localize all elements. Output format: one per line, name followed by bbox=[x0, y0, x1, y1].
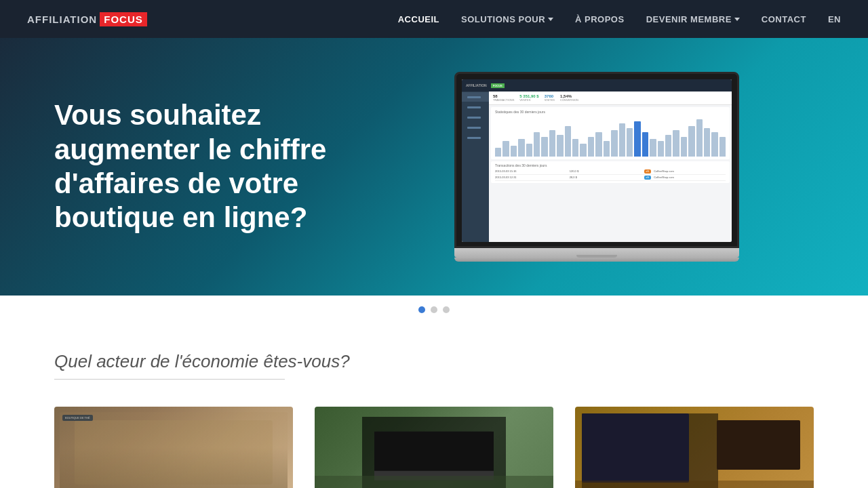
carousel-dot-3[interactable] bbox=[443, 306, 450, 313]
tea-shop-image: BOUTIQUE DE THÉ bbox=[54, 407, 293, 488]
cards-row: BOUTIQUE DE THÉ Un cybercommerçant Vous … bbox=[54, 407, 814, 488]
carousel-dot-2[interactable] bbox=[431, 306, 437, 313]
carousel-dot-1[interactable] bbox=[418, 306, 425, 313]
nav-item-lang[interactable]: EN bbox=[828, 13, 841, 25]
chart-bar bbox=[665, 135, 671, 157]
hero-text-block: Vous souhaitez augmenter le chiffre d'af… bbox=[54, 98, 380, 235]
badge-blue: affil bbox=[644, 176, 652, 180]
chart-bar bbox=[719, 137, 726, 157]
stat-transactions-label: TRANSACTIONS bbox=[493, 98, 514, 102]
section-title-underline bbox=[54, 379, 285, 380]
chevron-down-icon bbox=[734, 18, 740, 21]
chart-bar bbox=[595, 132, 601, 157]
nav-item-accueil[interactable]: ACCUEIL bbox=[398, 13, 439, 25]
chart-bar bbox=[627, 128, 633, 157]
stat-visites-label: VISITES bbox=[545, 98, 555, 102]
nav-link-accueil[interactable]: ACCUEIL bbox=[398, 14, 439, 24]
chart-bar bbox=[619, 123, 625, 157]
laptop-person-image bbox=[315, 407, 553, 488]
stat-conversion-label: CONVERSION bbox=[560, 98, 578, 102]
card-image-3 bbox=[575, 407, 814, 488]
chart-bar bbox=[634, 121, 640, 157]
chart-title: Statistiques des 30 derniers jours bbox=[495, 110, 726, 114]
chart-bar bbox=[580, 144, 586, 157]
dash-sidebar bbox=[462, 92, 489, 242]
chart-bar bbox=[565, 126, 571, 157]
laptop-screen: AFFILIATION FOCUS bbox=[454, 72, 739, 248]
chart-bar bbox=[658, 141, 664, 157]
chart-bar bbox=[650, 139, 656, 157]
dashboard-screenshot: AFFILIATION FOCUS bbox=[462, 79, 732, 242]
chart-area: Statistiques des 30 derniers jours bbox=[491, 107, 730, 159]
laptop-foot bbox=[454, 258, 739, 262]
hero-section: Vous souhaitez augmenter le chiffre d'af… bbox=[0, 38, 868, 296]
laptop-mockup: AFFILIATION FOCUS bbox=[454, 72, 739, 262]
card-entreprise: Une entreprise de services Votre entrepr… bbox=[575, 407, 814, 488]
stat-ventes: 5 351,90 $ VENTES bbox=[519, 94, 538, 102]
dash-main: 58 TRANSACTIONS 5 351,90 $ VENTES 3760 bbox=[489, 92, 732, 242]
nav-link-apropos[interactable]: À PROPOS bbox=[575, 14, 625, 24]
chart-bar bbox=[511, 146, 517, 157]
table-row: 2015-03-03 12:31 28,0 $ affil CoffeeShop… bbox=[495, 175, 726, 181]
laptop-base bbox=[454, 248, 739, 258]
dash-stats: 58 TRANSACTIONS 5 351,90 $ VENTES 3760 bbox=[489, 92, 732, 105]
chart-bar bbox=[696, 119, 703, 157]
dashboard: AFFILIATION FOCUS bbox=[462, 79, 732, 242]
nav-item-contact[interactable]: CONTACT bbox=[762, 13, 806, 25]
bar-chart bbox=[495, 116, 726, 157]
stat-visites: 3760 VISITES bbox=[545, 94, 555, 102]
chart-bar bbox=[518, 139, 524, 157]
brand-affiliation-text: AFFILIATION bbox=[27, 14, 97, 25]
chart-bar bbox=[526, 144, 532, 157]
chart-bar bbox=[572, 139, 578, 157]
chart-bar bbox=[502, 141, 509, 157]
nav-link-solutions[interactable]: SOLUTIONS POUR bbox=[461, 14, 553, 24]
brand-logo[interactable]: AFFILIATION FOCUS bbox=[27, 12, 147, 26]
chart-bar bbox=[604, 141, 610, 157]
chart-bar bbox=[588, 137, 594, 157]
dash-sidebar-item bbox=[462, 113, 489, 122]
chart-bar bbox=[557, 135, 563, 157]
chart-bar bbox=[704, 128, 710, 157]
nav-item-solutions[interactable]: SOLUTIONS POUR bbox=[461, 14, 553, 24]
stat-ventes-label: VENTES bbox=[519, 98, 538, 102]
nav-links: ACCUEIL SOLUTIONS POUR À PROPOS DEVENIR … bbox=[398, 13, 841, 25]
badge-orange: affil bbox=[644, 169, 652, 174]
dash-content: 58 TRANSACTIONS 5 351,90 $ VENTES 3760 bbox=[462, 92, 732, 242]
brand-focus-text: FOCUS bbox=[100, 12, 147, 26]
office-image bbox=[575, 407, 814, 488]
nav-link-lang[interactable]: EN bbox=[828, 14, 841, 24]
nav-item-apropos[interactable]: À PROPOS bbox=[575, 13, 625, 25]
dash-table: Transactions des 30 derniers jours 2015-… bbox=[491, 161, 730, 183]
card-createur: Un créateur de contenu Vous avez un site… bbox=[315, 407, 553, 488]
chart-bar bbox=[642, 132, 648, 157]
stat-transactions: 58 TRANSACTIONS bbox=[493, 94, 514, 102]
dash-sidebar-item bbox=[462, 92, 489, 102]
dash-brand: AFFILIATION bbox=[466, 83, 487, 87]
nav-link-devenir[interactable]: DEVENIR MEMBRE bbox=[646, 14, 740, 24]
table-row: 2015-03-03 15:16 120,0 $ affil CoffeeSho… bbox=[495, 169, 726, 175]
stat-conversion: 1,54% CONVERSION bbox=[560, 94, 578, 102]
chart-bar bbox=[549, 130, 555, 157]
card-cybercommercant: BOUTIQUE DE THÉ Un cybercommerçant Vous … bbox=[54, 407, 293, 488]
hero-image-area: AFFILIATION FOCUS bbox=[380, 72, 814, 262]
card-image-1: BOUTIQUE DE THÉ bbox=[54, 407, 293, 488]
chart-bar bbox=[534, 132, 540, 157]
chevron-down-icon bbox=[548, 18, 553, 21]
nav-link-contact[interactable]: CONTACT bbox=[762, 14, 806, 24]
dash-sidebar-item bbox=[462, 102, 489, 112]
actors-section: Quel acteur de l'économie êtes-vous? BOU… bbox=[0, 324, 868, 488]
section-title: Quel acteur de l'économie êtes-vous? bbox=[54, 351, 814, 372]
chart-bar bbox=[673, 130, 679, 157]
dash-focus: FOCUS bbox=[491, 83, 505, 88]
carousel-dots bbox=[0, 296, 868, 324]
dash-sidebar-item bbox=[462, 123, 489, 132]
table-title: Transactions des 30 derniers jours bbox=[495, 163, 726, 167]
chart-bar bbox=[688, 126, 694, 157]
card-image-2 bbox=[315, 407, 553, 488]
chart-bar bbox=[541, 137, 547, 157]
chart-bar bbox=[711, 132, 717, 157]
chart-bar bbox=[495, 148, 501, 157]
nav-item-devenir[interactable]: DEVENIR MEMBRE bbox=[646, 14, 740, 24]
hero-headline: Vous souhaitez augmenter le chiffre d'af… bbox=[54, 98, 380, 235]
